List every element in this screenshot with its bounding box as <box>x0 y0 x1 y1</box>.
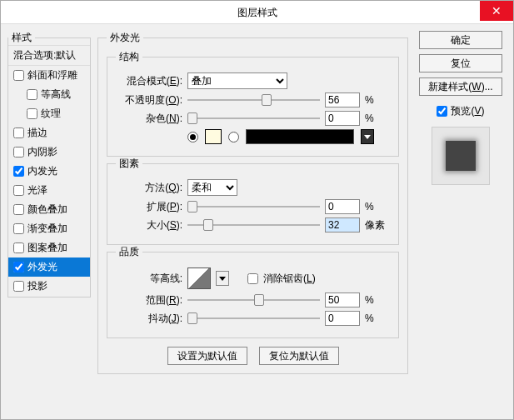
style-checkbox[interactable] <box>13 242 24 253</box>
style-checkbox[interactable] <box>27 108 37 119</box>
quality-legend: 品质 <box>116 245 142 259</box>
sidebar-item-style[interactable]: 光泽 <box>8 181 90 200</box>
elements-legend: 图素 <box>116 157 142 171</box>
sidebar-item-style[interactable]: 斜面和浮雕 <box>8 66 90 85</box>
noise-slider[interactable] <box>187 112 320 124</box>
antialias-checkbox[interactable] <box>247 273 258 284</box>
noise-unit: % <box>365 112 390 124</box>
opacity-unit: % <box>365 94 390 106</box>
sidebar-item-blending-options[interactable]: 混合选项:默认 <box>8 45 90 66</box>
technique-select[interactable]: 柔和 <box>187 179 237 196</box>
opacity-slider[interactable] <box>187 94 320 106</box>
jitter-slider[interactable] <box>187 312 320 324</box>
sidebar-item-style[interactable]: 等高线 <box>8 85 90 104</box>
structure-legend: 结构 <box>116 50 142 64</box>
reset-button[interactable]: 复位 <box>419 54 502 72</box>
make-default-button[interactable]: 设置为默认值 <box>167 347 247 365</box>
style-label: 外发光 <box>27 260 57 274</box>
jitter-unit: % <box>365 312 390 324</box>
spread-input[interactable] <box>325 199 360 214</box>
new-style-button[interactable]: 新建样式(W)... <box>419 78 502 96</box>
layer-style-dialog: 图层样式 ✕ 样式 混合选项:默认斜面和浮雕等高线纹理描边内阴影内发光光泽颜色叠… <box>0 0 514 420</box>
ok-button[interactable]: 确定 <box>419 31 502 49</box>
style-label: 描边 <box>27 126 47 140</box>
size-label: 大小(S): <box>116 218 182 232</box>
preview-checkbox[interactable] <box>437 106 447 117</box>
sidebar-item-style[interactable]: 描边 <box>8 123 90 142</box>
quality-group: 品质 等高线: 消除锯齿(L) <box>107 245 399 338</box>
style-label: 等高线 <box>41 88 71 102</box>
style-checkbox[interactable] <box>13 147 24 158</box>
style-checkbox[interactable] <box>13 262 24 272</box>
contour-dropdown[interactable] <box>216 271 229 286</box>
sidebar-item-style[interactable]: 图案叠加 <box>8 238 90 258</box>
style-checkbox[interactable] <box>13 70 24 81</box>
style-label: 渐变叠加 <box>27 222 67 236</box>
sidebar-item-style[interactable]: 外发光 <box>8 258 90 277</box>
style-label: 内发光 <box>27 164 57 178</box>
blend-mode-label: 混合模式(E): <box>116 74 182 88</box>
reset-default-button[interactable]: 复位为默认值 <box>259 347 339 365</box>
jitter-input[interactable] <box>325 311 360 326</box>
style-label: 斜面和浮雕 <box>27 68 77 82</box>
style-label: 光泽 <box>27 183 47 198</box>
preview-square-icon <box>446 141 476 171</box>
size-input[interactable] <box>325 218 360 232</box>
style-checkbox[interactable] <box>13 204 24 215</box>
sidebar-item-style[interactable]: 渐变叠加 <box>8 219 90 238</box>
style-checkbox[interactable] <box>27 89 37 100</box>
technique-label: 方法(Q): <box>116 181 182 195</box>
spread-slider[interactable] <box>187 201 320 212</box>
style-checkbox[interactable] <box>13 223 24 234</box>
styles-panel-title: 样式 <box>8 31 35 45</box>
sidebar-item-style[interactable]: 内发光 <box>8 162 90 181</box>
solid-color-swatch[interactable] <box>205 129 222 144</box>
spread-label: 扩展(P): <box>116 200 182 214</box>
spread-unit: % <box>365 201 390 212</box>
jitter-label: 抖动(J): <box>116 312 182 326</box>
style-label: 颜色叠加 <box>27 202 67 217</box>
styles-list: 混合选项:默认斜面和浮雕等高线纹理描边内阴影内发光光泽颜色叠加渐变叠加图案叠加外… <box>8 45 90 296</box>
solid-color-radio[interactable] <box>187 132 198 142</box>
size-unit: 像素 <box>365 218 390 232</box>
outer-glow-panel: 外发光 结构 混合模式(E): 叠加 <box>97 31 408 374</box>
noise-input[interactable] <box>325 111 360 126</box>
range-slider[interactable] <box>187 294 320 306</box>
chevron-down-icon <box>219 277 226 281</box>
chevron-down-icon <box>364 135 371 139</box>
structure-group: 结构 混合模式(E): 叠加 不透明度(O): <box>107 50 399 157</box>
gradient-dropdown[interactable] <box>361 129 374 144</box>
opacity-input[interactable] <box>325 92 360 108</box>
style-checkbox[interactable] <box>13 281 24 292</box>
style-label: 图案叠加 <box>27 241 67 255</box>
titlebar: 图层样式 ✕ <box>1 1 513 24</box>
contour-picker[interactable] <box>187 268 211 289</box>
style-checkbox[interactable] <box>13 166 24 177</box>
sidebar-item-style[interactable]: 纹理 <box>8 104 90 123</box>
range-unit: % <box>365 294 390 306</box>
close-button[interactable]: ✕ <box>480 1 513 21</box>
style-checkbox[interactable] <box>13 128 24 138</box>
sidebar-item-style[interactable]: 颜色叠加 <box>8 200 90 219</box>
style-label: 投影 <box>27 279 47 293</box>
style-label: 内阴影 <box>27 145 57 159</box>
style-checkbox[interactable] <box>13 185 24 196</box>
range-input[interactable] <box>325 292 360 308</box>
window-title: 图层样式 <box>237 7 277 18</box>
sidebar-item-style[interactable]: 内阴影 <box>8 142 90 162</box>
style-label: 纹理 <box>41 107 61 121</box>
sidebar-item-style[interactable]: 投影 <box>8 277 90 296</box>
outer-glow-title: 外发光 <box>107 31 143 45</box>
styles-panel: 样式 混合选项:默认斜面和浮雕等高线纹理描边内阴影内发光光泽颜色叠加渐变叠加图案… <box>7 31 91 298</box>
contour-label: 等高线: <box>116 272 182 286</box>
blend-mode-select[interactable]: 叠加 <box>187 72 287 89</box>
preview-thumbnail <box>432 127 490 185</box>
elements-group: 图素 方法(Q): 柔和 扩展(P): <box>107 157 399 245</box>
antialias-label: 消除锯齿(L) <box>263 272 316 286</box>
gradient-picker[interactable] <box>246 129 354 144</box>
gradient-radio[interactable] <box>228 132 239 142</box>
preview-label: 预览(V) <box>451 104 484 118</box>
size-slider[interactable] <box>187 219 320 231</box>
range-label: 范围(R): <box>116 293 182 308</box>
opacity-label: 不透明度(O): <box>116 93 182 108</box>
